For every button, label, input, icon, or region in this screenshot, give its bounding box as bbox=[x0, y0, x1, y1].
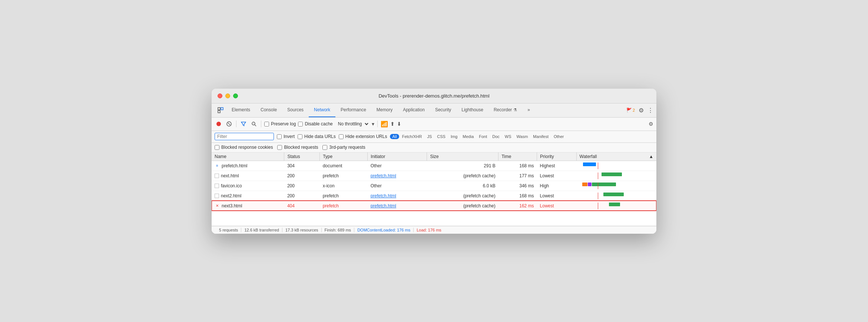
throttle-select[interactable]: No throttling bbox=[335, 121, 370, 127]
more-button[interactable]: ⋮ bbox=[647, 107, 653, 114]
search-button[interactable] bbox=[250, 120, 258, 128]
disable-cache-label[interactable]: Disable cache bbox=[298, 121, 332, 126]
devtools-body: Elements Console Sources Network Perform… bbox=[212, 104, 656, 234]
name-cell: next2.html bbox=[212, 191, 284, 201]
blank-icon bbox=[215, 184, 219, 188]
table-row[interactable]: next2.html 200 prefetch prefetch.html (p… bbox=[212, 191, 656, 201]
col-waterfall[interactable]: Waterfall ▲ bbox=[576, 152, 656, 161]
filter-input[interactable] bbox=[217, 134, 265, 139]
svg-line-5 bbox=[228, 123, 230, 125]
error-icon: ✕ bbox=[215, 203, 220, 208]
hide-data-urls-label[interactable]: Hide data URLs bbox=[298, 134, 336, 139]
tab-application[interactable]: Application bbox=[398, 103, 430, 117]
tab-lighthouse[interactable]: Lighthouse bbox=[456, 103, 488, 117]
svg-rect-0 bbox=[218, 108, 220, 110]
filter-type-fetch[interactable]: Fetch/XHR bbox=[400, 134, 424, 139]
filter-type-img[interactable]: Img bbox=[448, 134, 460, 139]
svg-rect-2 bbox=[218, 111, 220, 113]
blocked-cookies-label[interactable]: Blocked response cookies bbox=[215, 145, 273, 150]
svg-point-3 bbox=[216, 122, 221, 126]
col-status[interactable]: Status bbox=[284, 152, 320, 161]
settings-button[interactable]: ⚙ bbox=[639, 107, 644, 114]
tab-elements[interactable]: Elements bbox=[226, 103, 255, 117]
cookies-row: Blocked response cookies Blocked request… bbox=[212, 143, 656, 152]
tab-performance[interactable]: Performance bbox=[335, 103, 371, 117]
blocked-cookies-checkbox[interactable] bbox=[215, 145, 219, 150]
filter-type-manifest[interactable]: Manifest bbox=[531, 134, 551, 139]
record-button[interactable] bbox=[215, 120, 223, 128]
network-settings-icon[interactable]: ⚙ bbox=[649, 121, 653, 127]
col-name[interactable]: Name bbox=[212, 152, 284, 161]
titlebar: DevTools - prerender-demos.glitch.me/pre… bbox=[212, 89, 656, 104]
toolbar: Preserve log Disable cache No throttling… bbox=[212, 118, 656, 131]
filter-row: Invert Hide data URLs Hide extension URL… bbox=[212, 131, 656, 143]
filter-type-other[interactable]: Other bbox=[551, 134, 566, 139]
tab-sources[interactable]: Sources bbox=[282, 103, 309, 117]
initiator-link[interactable]: prefetch.html bbox=[371, 203, 396, 208]
tab-recorder[interactable]: Recorder ⚗ bbox=[488, 103, 522, 117]
svg-point-6 bbox=[252, 122, 255, 125]
initiator-link[interactable]: prefetch.html bbox=[371, 173, 396, 178]
filter-toggle-button[interactable] bbox=[239, 120, 248, 128]
filter-type-media[interactable]: Media bbox=[460, 134, 476, 139]
col-time[interactable]: Time bbox=[498, 152, 537, 161]
doc-icon: ≡ bbox=[215, 163, 220, 168]
waterfall-bar-1 bbox=[579, 162, 653, 169]
filter-type-doc[interactable]: Doc bbox=[490, 134, 502, 139]
tab-more[interactable]: » bbox=[522, 103, 535, 117]
tab-network[interactable]: Network bbox=[309, 103, 335, 117]
maximize-button[interactable] bbox=[233, 93, 238, 98]
filter-type-css[interactable]: CSS bbox=[435, 134, 448, 139]
col-priority[interactable]: Priority bbox=[537, 152, 576, 161]
filter-type-js[interactable]: JS bbox=[425, 134, 434, 139]
minimize-button[interactable] bbox=[225, 93, 230, 98]
blocked-requests-label[interactable]: Blocked requests bbox=[277, 145, 318, 150]
finish-time: Finish: 689 ms bbox=[322, 228, 355, 232]
inspector-icon[interactable] bbox=[215, 107, 226, 113]
col-size[interactable]: Size bbox=[427, 152, 498, 161]
network-table-container: Name Status Type Initiator Size Time Pri… bbox=[212, 152, 656, 226]
hide-data-urls-checkbox[interactable] bbox=[298, 134, 302, 139]
name-cell: next.html bbox=[212, 171, 284, 181]
upload-icon[interactable]: ⬆ bbox=[390, 121, 395, 127]
filter-type-font[interactable]: Font bbox=[477, 134, 489, 139]
toolbar-divider-1 bbox=[236, 121, 236, 127]
wifi-icon[interactable]: 📶 bbox=[381, 121, 388, 128]
toolbar-divider-2 bbox=[261, 121, 261, 127]
dom-content-loaded: DOMContentLoaded: 176 ms bbox=[354, 228, 414, 232]
invert-checkbox[interactable] bbox=[277, 134, 282, 139]
tab-security[interactable]: Security bbox=[430, 103, 456, 117]
initiator-link[interactable]: prefetch.html bbox=[371, 193, 396, 198]
disable-cache-checkbox[interactable] bbox=[298, 122, 303, 126]
download-icon[interactable]: ⬇ bbox=[397, 121, 401, 127]
preserve-log-checkbox[interactable] bbox=[264, 122, 269, 126]
invert-label[interactable]: Invert bbox=[277, 134, 295, 139]
tab-console[interactable]: Console bbox=[255, 103, 282, 117]
table-row[interactable]: favicon.ico 200 x-icon Other 6.0 kB 346 … bbox=[212, 181, 656, 191]
preserve-log-label[interactable]: Preserve log bbox=[264, 121, 296, 126]
window-title: DevTools - prerender-demos.glitch.me/pre… bbox=[378, 93, 489, 99]
close-button[interactable] bbox=[218, 93, 222, 98]
third-party-label[interactable]: 3rd-party requests bbox=[322, 145, 365, 150]
clear-button[interactable] bbox=[225, 120, 233, 128]
table-row[interactable]: ✕ next3.html 404 prefetch prefetch.html … bbox=[212, 201, 656, 211]
name-cell: ≡ prefetch.html bbox=[212, 161, 284, 171]
table-row[interactable]: next.html 200 prefetch prefetch.html (pr… bbox=[212, 171, 656, 181]
flag-button[interactable]: 🚩 2 bbox=[626, 108, 635, 113]
hide-ext-checkbox[interactable] bbox=[339, 134, 344, 139]
filter-type-wasm[interactable]: Wasm bbox=[514, 134, 530, 139]
filter-types: All Fetch/XHR JS CSS Img Media Font Doc … bbox=[390, 134, 566, 139]
throttle-dropdown-icon[interactable]: ▾ bbox=[372, 121, 374, 127]
filter-type-all[interactable]: All bbox=[390, 134, 399, 139]
col-initiator[interactable]: Initiator bbox=[368, 152, 427, 161]
waterfall-bar-2 bbox=[579, 172, 653, 179]
table-row[interactable]: ≡ prefetch.html 304 document Other 291 B… bbox=[212, 161, 656, 171]
blocked-requests-checkbox[interactable] bbox=[277, 145, 282, 150]
third-party-checkbox[interactable] bbox=[322, 145, 327, 150]
network-table: Name Status Type Initiator Size Time Pri… bbox=[212, 152, 656, 226]
tab-memory[interactable]: Memory bbox=[371, 103, 398, 117]
col-type[interactable]: Type bbox=[320, 152, 368, 161]
filter-type-ws[interactable]: WS bbox=[503, 134, 514, 139]
hide-ext-label[interactable]: Hide extension URLs bbox=[339, 134, 387, 139]
waterfall-bar-3 bbox=[579, 183, 653, 189]
